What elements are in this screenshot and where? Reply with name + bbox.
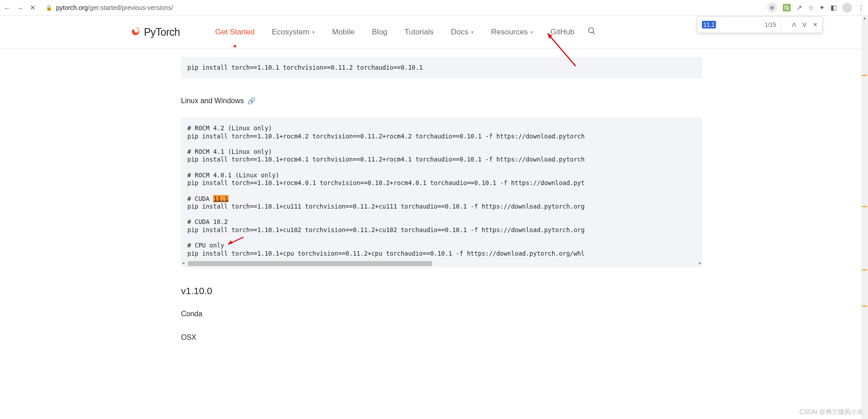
search-icon[interactable] bbox=[588, 27, 596, 37]
find-in-page-bar: 11.1 1/15 ᐱ ᐯ ✕ bbox=[697, 16, 823, 33]
url-host: pytorch.org bbox=[56, 4, 88, 11]
chevron-down-icon: ▾ bbox=[471, 29, 474, 35]
find-count: 1/15 bbox=[765, 21, 776, 28]
nav-docs[interactable]: Docs▾ bbox=[451, 28, 474, 37]
translate-icon[interactable]: 🈯 bbox=[782, 4, 791, 12]
profile-avatar[interactable] bbox=[842, 3, 852, 13]
svg-point-1 bbox=[589, 28, 594, 33]
sidepanel-icon[interactable]: ◧ bbox=[830, 4, 837, 12]
nav-mobile[interactable]: Mobile bbox=[332, 28, 355, 37]
nav-github[interactable]: GitHub bbox=[550, 28, 574, 37]
heading-version: v1.10.0 bbox=[181, 286, 702, 296]
horizontal-scrollbar[interactable] bbox=[182, 261, 701, 266]
permalink-icon[interactable]: 🔗 bbox=[248, 97, 255, 105]
flame-icon bbox=[131, 25, 141, 39]
bookmark-icon[interactable]: ☆ bbox=[808, 4, 814, 12]
back-button[interactable]: ← bbox=[4, 4, 10, 12]
nav-tutorials[interactable]: Tutorials bbox=[405, 28, 434, 37]
heading-osx: OSX bbox=[181, 333, 702, 342]
extensions-icon[interactable]: ✦ bbox=[819, 4, 825, 12]
find-close-button[interactable]: ✕ bbox=[813, 21, 818, 28]
code-block-platforms[interactable]: # ROCM 4.2 (Linux only) pip install torc… bbox=[181, 118, 702, 267]
heading-conda: Conda bbox=[181, 310, 702, 318]
svg-line-2 bbox=[593, 32, 595, 34]
nav-resources[interactable]: Resources▾ bbox=[491, 28, 533, 37]
nav-blog[interactable]: Blog bbox=[372, 28, 387, 37]
lock-icon: 🔒 bbox=[46, 5, 52, 11]
find-next-button[interactable]: ᐯ bbox=[802, 21, 806, 28]
find-prev-button[interactable]: ᐱ bbox=[792, 21, 796, 28]
address-bar[interactable]: 🔒 pytorch.org/get-started/previous-versi… bbox=[43, 3, 176, 12]
share-icon[interactable]: ↗ bbox=[796, 4, 802, 12]
menu-icon[interactable]: ⋮ bbox=[858, 4, 864, 12]
code-block-pip-basic[interactable]: pip install torch==1.10.1 torchvision==0… bbox=[181, 57, 702, 79]
find-match-highlight: 11.1 bbox=[213, 195, 229, 202]
nav-get-started[interactable]: Get Started bbox=[215, 28, 255, 37]
page-content: pip install torch==1.10.1 torchvision==0… bbox=[0, 49, 868, 419]
brand-text: PyTorch bbox=[144, 26, 180, 38]
vertical-scrollbar[interactable]: ▲ bbox=[861, 16, 868, 419]
find-separator bbox=[781, 20, 781, 30]
url-path: /get-started/previous-versions/ bbox=[88, 4, 173, 11]
svg-point-0 bbox=[138, 28, 139, 29]
browser-toolbar: ← → ✕ 🔒 pytorch.org/get-started/previous… bbox=[0, 0, 868, 16]
zoom-icon[interactable]: ⊕ bbox=[767, 3, 777, 13]
forward-button[interactable]: → bbox=[17, 4, 24, 12]
pytorch-logo[interactable]: PyTorch bbox=[131, 25, 180, 39]
find-query[interactable]: 11.1 bbox=[702, 21, 716, 29]
heading-linux-windows: Linux and Windows 🔗 bbox=[181, 97, 702, 105]
stop-reload-button[interactable]: ✕ bbox=[30, 4, 36, 12]
scrollbar-thumb[interactable] bbox=[188, 261, 432, 266]
chevron-down-icon: ▾ bbox=[530, 29, 533, 35]
chevron-down-icon: ▾ bbox=[312, 29, 315, 35]
watermark-text: CSDN @弗兰随风小欢 bbox=[799, 408, 863, 416]
nav-ecosystem[interactable]: Ecosystem▾ bbox=[272, 28, 315, 37]
